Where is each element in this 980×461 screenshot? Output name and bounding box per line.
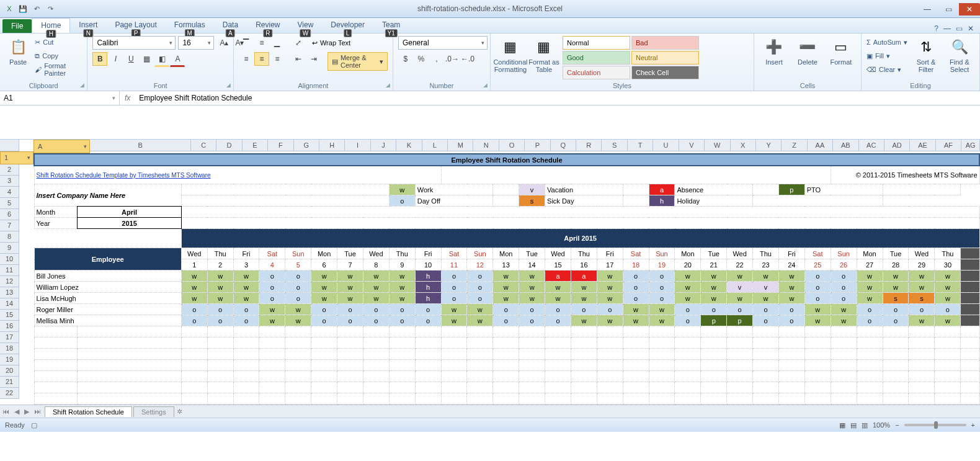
cell[interactable]: w: [337, 271, 363, 282]
col-header[interactable]: E: [243, 140, 268, 151]
cell[interactable]: [961, 360, 979, 371]
col-header[interactable]: J: [371, 140, 396, 151]
cell[interactable]: [493, 326, 519, 338]
cell[interactable]: 22: [727, 259, 753, 271]
cell[interactable]: [181, 393, 207, 405]
cell[interactable]: [545, 349, 571, 360]
cell[interactable]: [778, 326, 804, 338]
cell[interactable]: w: [207, 293, 233, 304]
cell[interactable]: [207, 371, 233, 382]
cell[interactable]: w: [207, 282, 233, 293]
cell[interactable]: w: [597, 282, 623, 293]
cell[interactable]: w: [935, 271, 961, 282]
cell[interactable]: [181, 184, 389, 195]
cell[interactable]: 17: [597, 259, 623, 271]
col-header[interactable]: W: [705, 140, 730, 151]
col-header[interactable]: AE: [910, 140, 935, 151]
cell[interactable]: w: [545, 293, 571, 304]
cell[interactable]: Mellisa Minh: [34, 315, 181, 326]
cell[interactable]: 13: [493, 259, 519, 271]
cell[interactable]: o: [441, 293, 467, 304]
find-select-button[interactable]: 🔍Find & Select: [945, 36, 974, 74]
cell[interactable]: [778, 382, 804, 393]
cell[interactable]: [623, 349, 649, 360]
cell[interactable]: o: [857, 304, 883, 315]
col-header[interactable]: U: [653, 140, 679, 151]
cell[interactable]: [753, 184, 779, 195]
cell[interactable]: Tue: [883, 248, 909, 259]
cell[interactable]: o: [285, 271, 311, 282]
sheet-nav-last[interactable]: ⏭: [32, 408, 43, 415]
row-header[interactable]: 15: [0, 310, 19, 321]
view-pagebreak-icon[interactable]: ▥: [862, 421, 868, 429]
cell[interactable]: w: [778, 282, 804, 293]
font-color-button[interactable]: A: [170, 52, 185, 67]
cell[interactable]: o: [701, 304, 727, 315]
cell[interactable]: 25: [804, 259, 831, 271]
row-header[interactable]: 11: [0, 265, 19, 276]
delete-cells-button[interactable]: ➖Delete: [793, 36, 822, 67]
cell[interactable]: w: [778, 271, 804, 282]
cell[interactable]: w: [857, 282, 883, 293]
cell[interactable]: [778, 338, 804, 349]
cell[interactable]: 2015: [78, 218, 181, 229]
cell[interactable]: w: [804, 315, 831, 326]
format-painter-button[interactable]: 🖌Format Painter: [35, 63, 82, 76]
cell[interactable]: [415, 382, 441, 393]
cell[interactable]: 3: [233, 259, 259, 271]
cell[interactable]: [337, 326, 363, 338]
cell[interactable]: [701, 360, 727, 371]
cell[interactable]: o: [883, 304, 909, 315]
cell[interactable]: [78, 382, 181, 393]
cell[interactable]: [207, 382, 233, 393]
cell[interactable]: w: [389, 282, 415, 293]
cell[interactable]: [363, 338, 389, 349]
cell[interactable]: w: [571, 282, 597, 293]
borders-button[interactable]: ▦: [139, 52, 154, 66]
cell[interactable]: [493, 195, 519, 207]
cell[interactable]: [285, 338, 311, 349]
cell[interactable]: o: [778, 315, 804, 326]
col-header[interactable]: AD: [884, 140, 910, 151]
cell[interactable]: 30: [935, 259, 961, 271]
cell[interactable]: [519, 382, 545, 393]
zoom-slider[interactable]: [904, 424, 966, 426]
row-header[interactable]: 8: [0, 231, 19, 243]
cell[interactable]: William Lopez: [34, 282, 181, 293]
cell[interactable]: 6: [311, 259, 337, 271]
cell[interactable]: [857, 326, 883, 338]
cell[interactable]: [389, 360, 415, 371]
cell[interactable]: [961, 282, 979, 293]
cell[interactable]: 15: [545, 259, 571, 271]
cell[interactable]: [78, 338, 181, 349]
cell[interactable]: Fri: [415, 248, 441, 259]
cell[interactable]: [285, 382, 311, 393]
cell[interactable]: [415, 393, 441, 405]
cell[interactable]: [259, 349, 285, 360]
cell[interactable]: 11: [441, 259, 467, 271]
cell[interactable]: w: [753, 271, 779, 282]
col-header[interactable]: X: [731, 140, 756, 151]
cell[interactable]: [571, 338, 597, 349]
cell[interactable]: Sat: [804, 248, 831, 259]
cell[interactable]: [233, 371, 259, 382]
cell[interactable]: Sick Day: [545, 195, 623, 207]
col-header[interactable]: H: [319, 140, 345, 151]
cell[interactable]: [857, 338, 883, 349]
col-header[interactable]: R: [576, 140, 602, 151]
cell[interactable]: [207, 393, 233, 405]
cell[interactable]: o: [831, 293, 857, 304]
cell[interactable]: o: [804, 271, 831, 282]
cell[interactable]: [857, 393, 883, 405]
cell[interactable]: 4: [259, 259, 285, 271]
align-left-button[interactable]: ≡: [239, 52, 254, 66]
sort-filter-button[interactable]: ⇅Sort & Filter: [911, 36, 941, 74]
qat-save-icon[interactable]: 💾: [17, 3, 29, 14]
cell[interactable]: 26: [831, 259, 857, 271]
row-header[interactable]: 6: [0, 209, 19, 220]
cell[interactable]: w: [857, 271, 883, 282]
row-header[interactable]: 13: [0, 287, 19, 298]
cell[interactable]: [493, 184, 519, 195]
cell[interactable]: [597, 349, 623, 360]
tab-view[interactable]: ViewW: [289, 18, 323, 33]
